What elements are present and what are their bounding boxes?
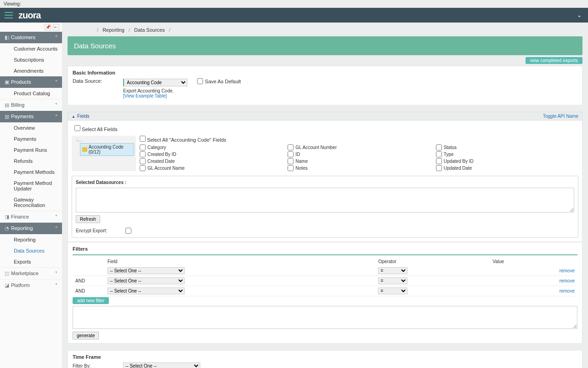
field-checkbox[interactable] — [140, 158, 146, 164]
sidebar-customers[interactable]: ◧Customers˄ — [0, 32, 62, 43]
sidebar-item-data-sources[interactable]: Data Sources — [0, 245, 62, 256]
sidebar-item-exports[interactable]: Exports — [0, 256, 62, 267]
sidebar-item-refunds[interactable]: Refunds — [0, 155, 62, 167]
field-item[interactable]: Updated By ID — [436, 158, 575, 164]
sidebar-item-overview[interactable]: Overview — [0, 122, 62, 133]
sidebar-item-customer-accounts[interactable]: Customer Accounts — [0, 43, 62, 54]
sidebar-platform[interactable]: ◪Platform˅ — [0, 279, 62, 291]
field-checkbox[interactable] — [436, 144, 442, 150]
field-checkbox[interactable] — [288, 144, 294, 150]
sidebar-item-reporting[interactable]: Reporting — [0, 234, 62, 245]
field-label: GL Account Name — [147, 166, 185, 171]
data-source-select[interactable]: Accounting Code — [123, 79, 187, 86]
sidebar-item-subscriptions[interactable]: Subscriptions — [0, 54, 62, 65]
toggle-api-name-link[interactable]: Toggle API Name — [543, 114, 578, 119]
chevron-down-icon[interactable]: ⌄ — [577, 12, 582, 18]
field-item[interactable]: GL Account Name — [140, 165, 278, 171]
pin-icon[interactable]: 📌 — [45, 24, 51, 30]
filter-remove-2[interactable]: remove — [560, 278, 575, 283]
sidebar-item-amendments[interactable]: Amendments — [0, 65, 62, 76]
sidebar-item-payment-method-updater[interactable]: Payment Method Updater — [0, 178, 62, 194]
filter-op-select-3[interactable]: = — [378, 288, 407, 294]
filter-op-select-2[interactable]: = — [378, 277, 407, 284]
generate-button[interactable]: generate — [73, 332, 99, 339]
menu-icon[interactable] — [5, 12, 13, 18]
select-all-ac-fields-label: Select All "Accounting Code" Fields — [147, 137, 226, 143]
tree-node-accounting-code[interactable]: Accounting Code (0/12) — [80, 143, 134, 156]
sidebar-item-payment-runs[interactable]: Payment Runs — [0, 144, 62, 155]
view-example-table-link[interactable]: [View Example Table] — [123, 93, 167, 98]
breadcrumb-reporting[interactable]: Reporting — [102, 27, 124, 33]
filters-title: Filters — [73, 246, 577, 252]
field-checkbox[interactable] — [140, 151, 146, 157]
filter-remove-3[interactable]: remove — [560, 288, 575, 293]
sidebar-item-payment-methods[interactable]: Payment Methods — [0, 167, 62, 178]
sidebar-marketplace[interactable]: ◫Marketplace˅ — [0, 267, 62, 279]
filter-op-select-1[interactable]: = — [378, 267, 407, 274]
field-label: Status — [444, 145, 457, 150]
fields-header-bar[interactable]: ▲Fields Toggle API Name — [68, 112, 582, 121]
filter-and-2: AND — [73, 276, 105, 286]
sidebar-payments[interactable]: ▥Payments˄ — [0, 111, 62, 122]
refresh-button[interactable]: Refresh — [76, 215, 100, 223]
selected-datasources-textarea[interactable] — [76, 188, 574, 213]
encrypt-export-checkbox[interactable] — [125, 228, 131, 234]
field-label: Type — [444, 152, 454, 157]
data-source-label: Data Source: — [73, 78, 123, 84]
timeframe-title: Time Frame — [73, 354, 577, 360]
field-item[interactable]: Created Date — [140, 158, 278, 164]
field-checkbox[interactable] — [436, 151, 442, 157]
sidebar-reporting[interactable]: ◔Reporting˄ — [0, 223, 62, 234]
filters-panel: Filters Field Operator Value -- Select O… — [68, 242, 582, 344]
sidebar-item-product-catalog[interactable]: Product Catalog — [0, 88, 62, 99]
field-checkbox[interactable] — [288, 165, 294, 171]
add-new-filter-button[interactable]: add new filter — [73, 297, 109, 304]
filter-field-select-1[interactable]: -- Select One -- — [107, 267, 185, 274]
field-item[interactable]: ID — [288, 151, 426, 157]
filter-by-select[interactable]: -- Select One -- — [123, 362, 200, 368]
select-all-ac-fields-checkbox[interactable] — [140, 136, 146, 142]
field-checkbox[interactable] — [288, 151, 294, 157]
field-checkbox[interactable] — [288, 158, 294, 164]
field-item[interactable]: Category — [140, 144, 278, 150]
timeframe-panel: Time Frame Filter By: -- Select One -- D… — [68, 350, 582, 368]
save-as-default-checkbox[interactable] — [197, 78, 203, 84]
filter-field-select-2[interactable]: -- Select One -- — [107, 277, 185, 284]
filter-field-select-3[interactable]: -- Select One -- — [107, 288, 185, 294]
datasource-tree: └─ Accounting Code (0/12) — [72, 136, 136, 171]
field-item[interactable]: Updated Date — [436, 165, 575, 171]
field-checkbox[interactable] — [436, 158, 442, 164]
field-checkbox[interactable] — [436, 165, 442, 171]
view-completed-exports-button[interactable]: view completed exports — [526, 57, 583, 64]
sidebar-finance[interactable]: ◨Finance˅ — [0, 211, 62, 223]
filter-expression-textarea[interactable] — [73, 306, 577, 329]
sidebar-products[interactable]: ▣Products˄ — [0, 76, 62, 88]
field-checkbox[interactable] — [140, 165, 146, 171]
sidebar-item-payments[interactable]: Payments — [0, 133, 62, 144]
field-item[interactable]: Created By ID — [140, 151, 278, 157]
collapse-icon[interactable]: ⇤ — [53, 24, 59, 30]
breadcrumb-data-sources[interactable]: Data Sources — [134, 27, 165, 33]
field-item[interactable]: Name — [288, 158, 426, 164]
filter-and-3: AND — [73, 286, 105, 296]
select-all-fields-label: Select All Fields — [82, 126, 118, 132]
data-source-helper: Export Accounting Code. [View Example Ta… — [123, 88, 241, 98]
select-all-fields-checkbox[interactable] — [74, 125, 80, 131]
main-content: / Reporting / Data Sources / Data Source… — [62, 23, 588, 368]
field-item[interactable]: Notes — [288, 165, 426, 171]
folder-icon — [82, 147, 87, 152]
field-item[interactable]: GL Account Number — [288, 144, 426, 150]
top-nav: zuora ⌄ — [0, 8, 588, 23]
field-label: Created Date — [147, 159, 175, 164]
selected-datasources-label: Selected Datasources : — [76, 180, 574, 185]
field-item[interactable]: Type — [436, 151, 575, 157]
filter-remove-1[interactable]: remove — [560, 268, 575, 273]
breadcrumb: / Reporting / Data Sources / — [68, 23, 582, 36]
sidebar-item-gateway-reconciliation[interactable]: Gateway Reconciliation — [0, 194, 62, 211]
field-label: Updated Date — [444, 166, 472, 171]
field-item[interactable]: Status — [436, 144, 575, 150]
sidebar-billing[interactable]: ▤Billing˅ — [0, 99, 62, 111]
page-title: Data Sources — [68, 36, 582, 55]
filters-col-operator: Operator — [375, 257, 490, 266]
field-checkbox[interactable] — [140, 144, 146, 150]
